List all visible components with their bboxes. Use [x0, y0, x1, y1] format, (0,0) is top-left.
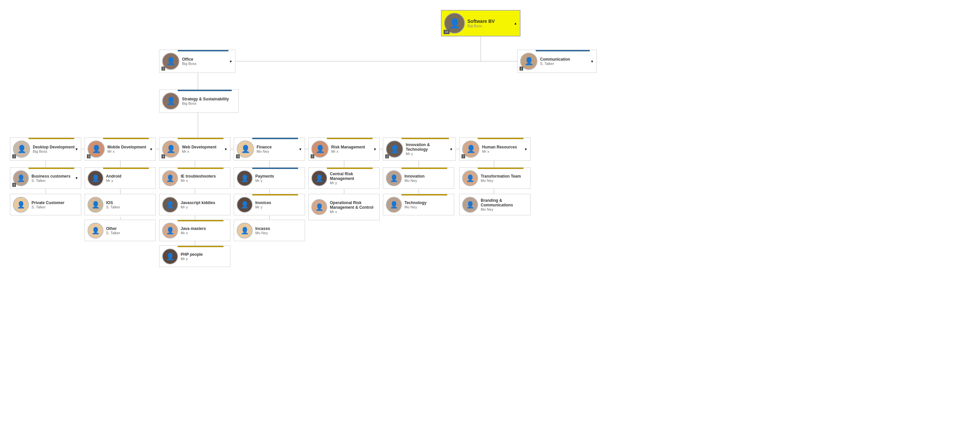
- android-subtitle: Mr y: [106, 179, 153, 182]
- invoices-subtitle: Mr y: [255, 205, 302, 209]
- strategy-node[interactable]: 👤 Strategy & Sustainability Big Boss: [159, 89, 239, 113]
- finance-subtitle: Mo Ney: [257, 149, 299, 154]
- desktop-title: Desktop Development: [33, 145, 75, 149]
- transformation-title: Transformation Team: [481, 174, 527, 179]
- desktop-subtitle: Big Boss: [33, 149, 75, 154]
- inntech-title: Innovation & Technology: [406, 143, 450, 152]
- org-chart: 👤 10 Software BV Big Boss ▲ 👤 2 Office B…: [0, 0, 980, 436]
- javascript-subtitle: Mr y: [181, 205, 228, 209]
- strategy-title: Strategy & Sustainability: [182, 97, 236, 101]
- finance-arrow: ▼: [299, 147, 302, 151]
- hr-title: Human Resources: [482, 145, 524, 149]
- transformation-node[interactable]: 👤 Transformation Team Mo Ney: [459, 167, 530, 189]
- inntech-node[interactable]: 👤 2 Innovation & Technology Mr y ▼: [383, 138, 456, 161]
- central-risk-node[interactable]: 👤 Central Risk Management Mr y: [308, 167, 380, 189]
- web-subtitle: Mr x: [182, 149, 224, 154]
- communication-title: Communication: [540, 57, 590, 62]
- private-customer-node[interactable]: 👤 Private Customer S. Talker: [10, 194, 81, 216]
- android-title: Android: [106, 174, 153, 179]
- office-title: Office: [182, 57, 229, 62]
- web-node[interactable]: 👤 4 Web Development Mr x ▼: [159, 138, 231, 161]
- ios-node[interactable]: 👤 IOS S. Talker: [84, 194, 156, 216]
- risk-node[interactable]: 👤 2 Risk Management Mr x ▼: [308, 138, 380, 161]
- hr-subtitle: Mr x: [482, 149, 524, 154]
- invoices-title: Invoices: [255, 200, 302, 205]
- php-node[interactable]: 👤 PHP people Mr y: [159, 246, 231, 267]
- hr-node[interactable]: 👤 2 Human Resources Mr x ▼: [459, 138, 530, 161]
- connectors-svg: [0, 0, 980, 436]
- javascript-title: Javascript kiddies: [181, 200, 228, 205]
- inntech-arrow: ▼: [450, 147, 453, 151]
- mobile-arrow: ▼: [150, 147, 153, 151]
- root-arrow: ▲: [514, 22, 517, 25]
- communication-arrow: ▼: [590, 60, 594, 63]
- web-arrow: ▼: [224, 147, 228, 151]
- php-title: PHP people: [181, 252, 228, 257]
- biz-customers-arrow: ▼: [75, 176, 78, 180]
- desktop-node[interactable]: 👤 2 Desktop Development Big Boss ▼: [10, 138, 81, 161]
- hr-arrow: ▼: [524, 147, 527, 151]
- strategy-subtitle: Big Boss: [182, 101, 236, 105]
- risk-arrow: ▼: [373, 147, 377, 151]
- root-node[interactable]: 👤 10 Software BV Big Boss ▲: [441, 10, 520, 36]
- inntech-subtitle: Mr y: [406, 152, 450, 156]
- root-title: Software BV: [468, 19, 517, 24]
- mobile-node[interactable]: 👤 3 Mobile Development Mr x ▼: [84, 138, 156, 161]
- payments-title: Payments: [255, 174, 302, 179]
- incasso-title: Incasso: [255, 226, 302, 231]
- root-subtitle: Big Boss: [468, 24, 517, 28]
- web-title: Web Development: [182, 145, 224, 149]
- mobile-title: Mobile Development: [107, 145, 150, 149]
- technology-subtitle: Mo Ney: [404, 205, 451, 209]
- android-node[interactable]: 👤 Android Mr y: [84, 167, 156, 189]
- java-node[interactable]: 👤 Java masters Mr x: [159, 220, 231, 241]
- innovation-title: Innovation: [404, 174, 451, 179]
- branding-title: Branding & Communications: [481, 198, 527, 208]
- operational-risk-title: Operational Risk Management & Control: [330, 200, 377, 210]
- operational-risk-node[interactable]: 👤 Operational Risk Management & Control …: [308, 194, 380, 220]
- innovation-node[interactable]: 👤 Innovation Mo Ney: [383, 167, 454, 189]
- ie-node[interactable]: 👤 IE troubleshooters Mr x: [159, 167, 231, 189]
- transformation-subtitle: Mo Ney: [481, 179, 527, 182]
- payments-node[interactable]: 👤 Payments Mr y: [234, 167, 305, 189]
- java-subtitle: Mr x: [181, 231, 228, 235]
- ie-subtitle: Mr x: [181, 179, 228, 182]
- ie-title: IE troubleshooters: [181, 174, 228, 179]
- other-subtitle: S. Talker: [106, 231, 153, 235]
- finance-title: Finance: [257, 145, 299, 149]
- other-title: Other: [106, 226, 153, 231]
- finance-node[interactable]: 👤 3 Finance Mo Ney ▼: [234, 138, 305, 161]
- office-arrow: ▼: [229, 60, 232, 63]
- root-info: Software BV Big Boss: [465, 19, 517, 28]
- office-subtitle: Big Boss: [182, 62, 229, 66]
- branding-node[interactable]: 👤 Branding & Communications Mo Ney: [459, 194, 530, 216]
- java-title: Java masters: [181, 226, 228, 231]
- php-subtitle: Mr y: [181, 257, 228, 261]
- biz-customers-title: Business customers: [32, 174, 75, 179]
- ios-title: IOS: [106, 200, 153, 205]
- ios-subtitle: S. Talker: [106, 205, 153, 209]
- other-node[interactable]: 👤 Other S. Talker: [84, 220, 156, 241]
- technology-title: Technology: [404, 200, 451, 205]
- technology-node[interactable]: 👤 Technology Mo Ney: [383, 194, 454, 216]
- communication-subtitle: S. Talker: [540, 62, 590, 66]
- office-node[interactable]: 👤 2 Office Big Boss ▼: [159, 50, 235, 73]
- risk-subtitle: Mr x: [331, 149, 373, 154]
- innovation-subtitle: Mo Ney: [404, 179, 451, 182]
- incasso-node[interactable]: 👤 Incasso Mo Ney: [234, 220, 305, 241]
- operational-risk-subtitle: Mr x: [330, 210, 377, 214]
- root-count: 10: [444, 30, 450, 34]
- invoices-node[interactable]: 👤 Invoices Mr y: [234, 194, 305, 216]
- risk-title: Risk Management: [331, 145, 373, 149]
- mobile-subtitle: Mr x: [107, 149, 150, 154]
- branding-subtitle: Mo Ney: [481, 208, 527, 211]
- private-customer-title: Private Customer: [32, 200, 78, 205]
- payments-subtitle: Mr y: [255, 179, 302, 182]
- communication-node[interactable]: 👤 1 Communication S. Talker ▼: [517, 50, 597, 73]
- private-customer-subtitle: S. Talker: [32, 205, 78, 209]
- javascript-node[interactable]: 👤 Javascript kiddies Mr y: [159, 194, 231, 216]
- central-risk-title: Central Risk Management: [330, 171, 377, 181]
- central-risk-subtitle: Mr y: [330, 181, 377, 185]
- desktop-arrow: ▼: [75, 147, 78, 151]
- biz-customers-node[interactable]: 👤 4 Business customers S. Talker ▼: [10, 167, 81, 189]
